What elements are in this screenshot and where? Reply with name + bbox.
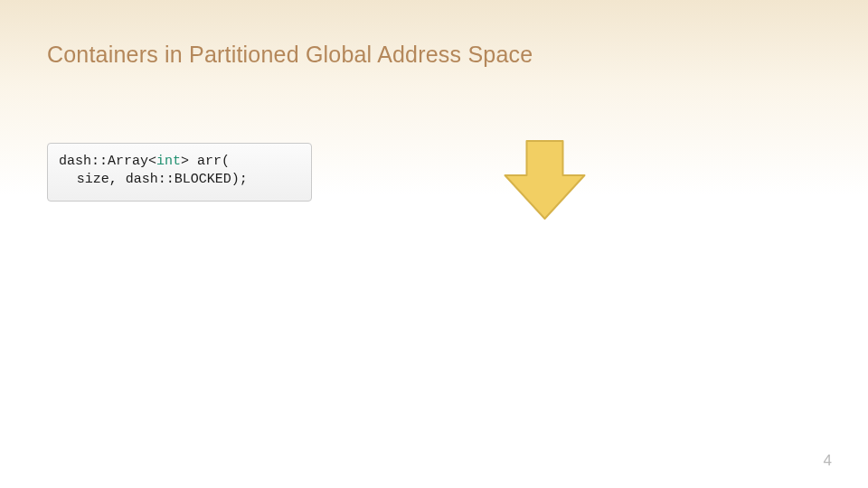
slide-title: Containers in Partitioned Global Address… <box>47 42 533 68</box>
down-arrow-icon <box>497 136 592 226</box>
code-line-1: dash::Array<int> arr( <box>59 153 300 171</box>
page-number: 4 <box>824 452 832 470</box>
code-type-keyword: int <box>156 154 181 169</box>
code-text: dash::Array< <box>59 154 156 169</box>
code-line-2: size, dash::BLOCKED); <box>59 171 300 189</box>
code-text: > arr( <box>181 154 230 169</box>
code-snippet: dash::Array<int> arr( size, dash::BLOCKE… <box>47 143 312 202</box>
